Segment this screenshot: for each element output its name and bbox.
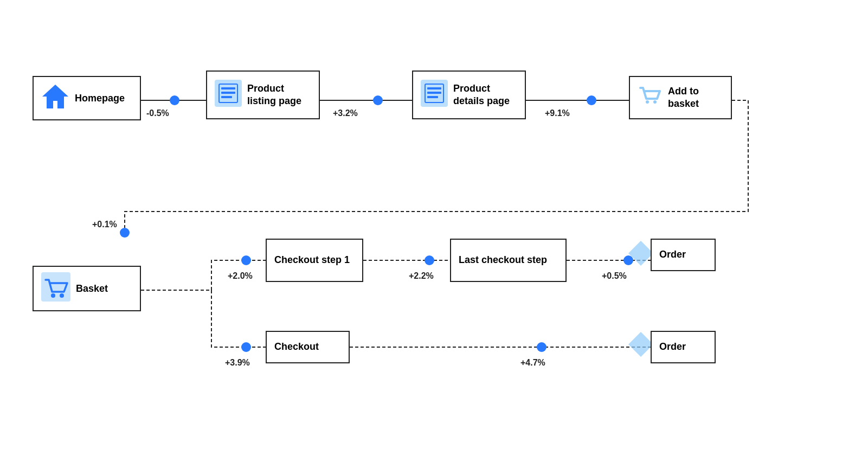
svg-point-22 [60, 293, 64, 298]
node-checkout: Checkout [266, 331, 350, 363]
pct-pl-pd: +3.2% [333, 108, 358, 118]
svg-rect-11 [221, 92, 235, 94]
node-order-2: Order [651, 331, 716, 363]
pct-lcs-order1: +0.5% [602, 271, 627, 281]
node-homepage: Homepage [33, 76, 141, 120]
order2-label: Order [659, 341, 686, 353]
cart-icon-basket [41, 272, 70, 305]
dot-cs1-lcs [425, 255, 434, 265]
svg-point-21 [51, 293, 55, 298]
last-checkout-label: Last checkout step [459, 254, 547, 266]
pct-cs1-lcs: +2.2% [409, 271, 434, 281]
product-details-label: Product details page [453, 82, 517, 108]
list-icon-pl [215, 80, 242, 110]
product-listing-label: Product listing page [247, 82, 311, 108]
basket-label: Basket [76, 283, 108, 295]
node-basket: Basket [33, 266, 141, 311]
svg-rect-16 [427, 92, 441, 94]
svg-marker-7 [42, 85, 68, 108]
svg-rect-17 [427, 96, 438, 98]
dot-to-cs1 [241, 255, 251, 265]
home-icon [41, 82, 69, 114]
checkout-step1-label: Checkout step 1 [274, 254, 350, 266]
pct-hp-pl: -0.5% [146, 108, 169, 118]
pct-checkout-order2: +4.7% [520, 358, 545, 368]
homepage-label: Homepage [75, 92, 125, 105]
add-to-basket-label: Add to basket [668, 85, 723, 111]
cart-icon-atb [638, 84, 663, 112]
dot-hp-pl [170, 95, 179, 105]
node-order-1: Order [651, 239, 716, 271]
list-icon-pd [421, 80, 448, 110]
node-add-to-basket: Add to basket [629, 76, 732, 119]
dot-pd-atb [587, 95, 596, 105]
pct-pd-atb: +9.1% [545, 108, 570, 118]
svg-rect-12 [221, 96, 232, 98]
diagram-container: Homepage -0.5% Product listing page +3.2… [0, 0, 868, 474]
pct-basket-checkout: +3.9% [225, 358, 250, 368]
svg-rect-10 [221, 87, 235, 89]
dot-basket-up [120, 228, 130, 238]
checkout-label: Checkout [274, 341, 319, 353]
pct-basket-cs1: +2.0% [228, 271, 253, 281]
node-checkout-step1: Checkout step 1 [266, 239, 363, 282]
dot-lcs-order1 [623, 255, 633, 265]
dot-to-checkout [241, 342, 251, 352]
node-last-checkout: Last checkout step [450, 239, 567, 282]
order1-label: Order [659, 248, 686, 261]
pct-basket-up: +0.1% [92, 220, 117, 229]
svg-point-18 [646, 100, 649, 104]
node-product-details: Product details page [412, 71, 526, 119]
svg-rect-15 [427, 87, 441, 89]
svg-marker-24 [628, 332, 653, 357]
node-product-listing: Product listing page [206, 71, 320, 119]
svg-point-19 [653, 100, 657, 104]
dot-checkout-order2 [537, 342, 546, 352]
dot-pl-pd [373, 95, 383, 105]
